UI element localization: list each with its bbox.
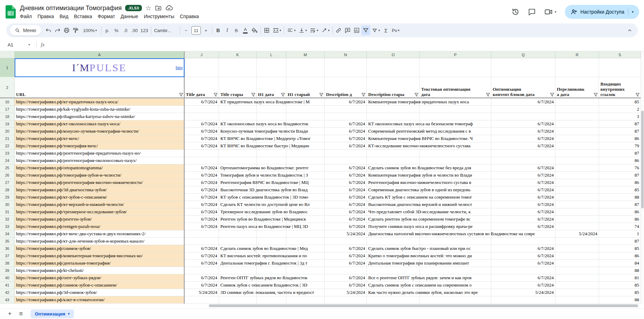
cell-K23[interactable] (219, 150, 257, 157)
cell-K25[interactable]: Ортопантомограмма во Владивостоке: рентг… (219, 164, 257, 172)
cell-J41[interactable]: 6/7/2024 (184, 282, 219, 289)
row-header-31[interactable]: 31 (0, 208, 15, 216)
cell-N28[interactable]: 6/7/2024 (325, 186, 367, 194)
header-cell-A[interactable]: URL (15, 77, 184, 98)
cell-J1[interactable] (184, 58, 219, 77)
cell-A37[interactable]: https://томографиявл.рф/компьютерная-том… (15, 252, 184, 260)
row-header-20[interactable]: 20 (0, 128, 15, 135)
cell-M33[interactable] (286, 223, 325, 230)
text-wrap-button[interactable]: ▾ (308, 25, 320, 35)
cell-R28[interactable] (555, 186, 599, 194)
cell-O35[interactable] (367, 238, 420, 245)
cell-L31[interactable] (257, 208, 286, 216)
cell-N40[interactable]: 6/7/2024 (325, 274, 367, 282)
frozen-row-divider[interactable] (0, 97, 641, 98)
cell-L26[interactable] (257, 172, 286, 179)
header-cell-S[interactable]: Входящих внутренних ссылок (599, 77, 641, 98)
filter-views-button[interactable]: ▾ (370, 25, 381, 35)
cell-L35[interactable] (257, 238, 286, 245)
cell-S35[interactable]: 87 (599, 238, 641, 245)
italic-button[interactable]: I (223, 25, 232, 35)
cell-O23[interactable] (367, 150, 420, 157)
cell-O17[interactable] (367, 106, 420, 113)
cell-J17[interactable] (184, 106, 219, 113)
toolbar-menu-button[interactable]: Меню (10, 25, 41, 36)
row-header-21[interactable]: 21 (0, 135, 15, 142)
cell-N18[interactable] (325, 113, 367, 120)
cell-O19[interactable]: КТ околоносовых пазух носа на безопасном… (367, 120, 420, 128)
cell-M29[interactable] (286, 194, 325, 201)
increase-font-size-button[interactable]: + (202, 25, 211, 35)
cell-M26[interactable] (286, 172, 325, 179)
cell-M36[interactable] (286, 245, 325, 252)
increase-decimal-button[interactable]: .00 (130, 25, 139, 35)
cell-R21[interactable] (555, 135, 599, 142)
zoom-control[interactable]: 100% ▾ (80, 25, 100, 35)
text-color-button[interactable]: A (241, 25, 250, 35)
cell-K37[interactable]: КТ височных костей: противопоказания и п… (219, 252, 257, 260)
filter-funnel-icon[interactable] (361, 92, 366, 97)
cell-Q25[interactable]: 6/7/2024 (491, 164, 555, 172)
cell-R27[interactable] (555, 179, 599, 186)
cell-P39[interactable] (420, 267, 491, 274)
cell-N26[interactable]: 6/7/2024 (325, 172, 367, 179)
cell-M32[interactable] (286, 216, 325, 223)
cell-N17[interactable] (325, 106, 367, 113)
filter-funnel-icon[interactable] (635, 92, 640, 97)
cell-M42[interactable] (286, 289, 325, 296)
cell-M24[interactable] (286, 157, 325, 164)
cell-N43[interactable] (325, 296, 367, 304)
cell-O26[interactable]: Компьютерная томография зубов и челюсти … (367, 172, 420, 179)
cell-N37[interactable]: 6/7/2024 (325, 252, 367, 260)
row-header-40[interactable]: 40 (0, 274, 15, 282)
cell-L40[interactable] (257, 274, 286, 282)
cell-A27[interactable]: https://томографиявл.рф/рентгенография-в… (15, 179, 184, 186)
cell-A16[interactable]: https://томографиявл.рф/кт-придаточных-п… (15, 98, 184, 106)
cell-N25[interactable]: 6/7/2024 (325, 164, 367, 172)
cell-A20[interactable]: https://томографиявл.рф/конусно-лучевая-… (15, 128, 184, 135)
cell-O40[interactable]: Все о рентгене ОПТГ зубных рядов: зачем … (367, 274, 420, 282)
column-header-K[interactable]: K (219, 51, 257, 58)
row-header-35[interactable]: 35 (0, 238, 15, 245)
merge-cells-button[interactable]: ▾ (271, 25, 283, 35)
cell-R22[interactable] (555, 142, 599, 150)
cell-L17[interactable] (257, 106, 286, 113)
cell-K28[interactable]: Высокоточная 3D диагностика зубов во Вла… (219, 186, 257, 194)
cell-L30[interactable] (257, 201, 286, 208)
row-header-18[interactable]: 18 (0, 113, 15, 120)
cell-O32[interactable]: Сделать рентген зубов на современном том… (367, 216, 420, 223)
cell-N29[interactable]: 6/7/2024 (325, 194, 367, 201)
cell-N21[interactable]: 6/7/2024 (325, 135, 367, 142)
cell-O30[interactable]: Высокоточная диагностика верхней и нижне… (367, 201, 420, 208)
cell-K20[interactable]: Конусно-лучевая томография челюсти Влади (219, 128, 257, 135)
cell-P26[interactable] (420, 172, 491, 179)
cell-R33[interactable] (555, 223, 599, 230)
functions-button[interactable]: Σ (381, 25, 391, 35)
cell-K30[interactable]: Сделать КТ челюсти по доступной цене во … (219, 201, 257, 208)
cell-Q17[interactable] (491, 106, 555, 113)
cell-O37[interactable]: Кратко о томографии височных костей: что… (367, 252, 420, 260)
cell-M21[interactable] (286, 135, 325, 142)
cell-Q16[interactable]: 6/7/2024 (491, 98, 555, 106)
cell-M18[interactable] (286, 113, 325, 120)
cell-J28[interactable]: 6/7/2024 (184, 186, 219, 194)
add-sheet-button[interactable]: + (5, 310, 15, 319)
row-header-17[interactable]: 17 (0, 106, 15, 113)
cell-S20[interactable]: 87 (599, 128, 641, 135)
cell-N32[interactable]: 6/7/2024 (325, 216, 367, 223)
column-header-A[interactable]: A (15, 51, 184, 58)
cell-A41[interactable]: https://томографиявл.рф/снимок-зубов-с-о… (15, 282, 184, 289)
header-cell-M[interactable]: H1 старый (286, 77, 325, 98)
column-header-J[interactable]: J (184, 51, 219, 58)
meet-video-icon[interactable]: ▾ (544, 8, 556, 16)
column-header-R[interactable]: R (555, 51, 599, 58)
cell-K18[interactable] (219, 113, 257, 120)
cell-S43[interactable]: 88 (599, 296, 641, 304)
move-folder-icon[interactable] (155, 5, 162, 12)
cell-K43[interactable] (219, 296, 257, 304)
cell-R24[interactable] (555, 157, 599, 164)
cell-J36[interactable]: 6/7/2024 (184, 245, 219, 252)
cell-K36[interactable]: Сделать снимок зубов во Владивостоке | М… (219, 245, 257, 252)
cell-Q24[interactable] (491, 157, 555, 164)
undo-button[interactable] (44, 25, 53, 35)
